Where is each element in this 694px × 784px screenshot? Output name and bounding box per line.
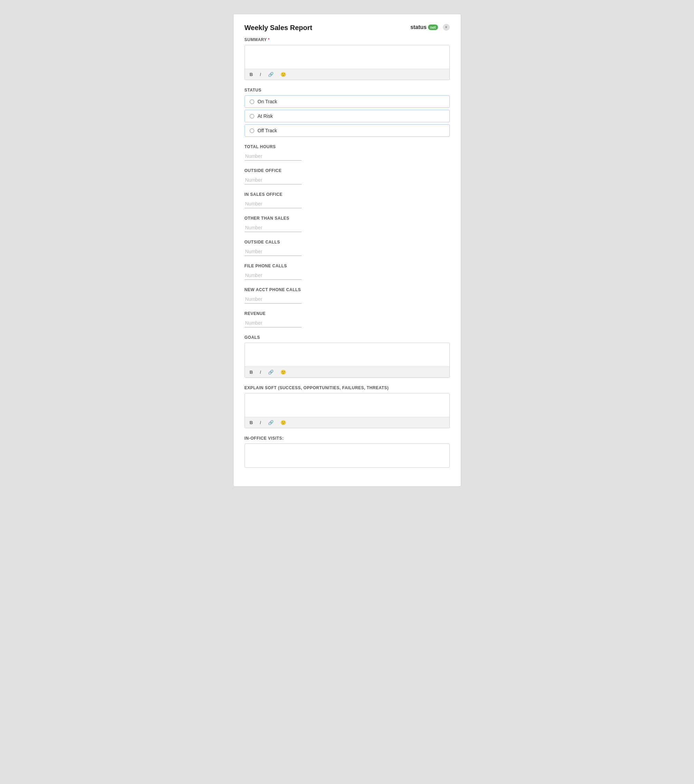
revenue-label: REVENUE xyxy=(245,311,450,316)
summary-label: SUMMARY* xyxy=(245,37,450,42)
status-net-badge: status net xyxy=(410,24,438,30)
total-hours-input-wrapper xyxy=(245,152,302,161)
explain-soft-input[interactable] xyxy=(245,394,449,415)
goals-input[interactable] xyxy=(245,343,449,365)
in-sales-office-section: IN SALES OFFICE xyxy=(245,192,450,208)
other-than-sales-input-wrapper xyxy=(245,224,302,232)
goals-editor: B I 🔗 🙂 xyxy=(245,343,450,378)
status-section: STATUS On Track At Risk Off Track xyxy=(245,88,450,137)
explain-soft-italic-button[interactable]: I xyxy=(259,419,262,426)
goals-toolbar: B I 🔗 🙂 xyxy=(245,366,449,377)
status-label: status xyxy=(410,24,427,30)
outside-calls-input-wrapper xyxy=(245,247,302,256)
total-hours-label: TOTAL HOURS xyxy=(245,144,450,149)
modal-container: Weekly Sales Report status net × SUMMARY… xyxy=(233,14,461,487)
summary-toolbar: B I 🔗 🙂 xyxy=(245,69,449,80)
goals-emoji-button[interactable]: 🙂 xyxy=(279,369,287,376)
status-option-off-track[interactable]: Off Track xyxy=(245,124,450,137)
goals-bold-button[interactable]: B xyxy=(248,369,254,376)
other-than-sales-input[interactable] xyxy=(245,224,302,232)
net-badge: net xyxy=(428,25,438,30)
revenue-input-wrapper xyxy=(245,319,302,328)
status-options: On Track At Risk Off Track xyxy=(245,96,450,137)
required-star: * xyxy=(268,37,270,42)
summary-bold-button[interactable]: B xyxy=(248,71,254,78)
new-acct-phone-calls-label: NEW ACCT PHONE CALLS xyxy=(245,287,450,292)
outside-calls-section: OUTSIDE CALLS xyxy=(245,240,450,256)
status-radio-off-track[interactable] xyxy=(250,128,254,133)
file-phone-calls-label: FILE PHONE CALLS xyxy=(245,264,450,268)
goals-italic-button[interactable]: I xyxy=(259,369,262,376)
in-sales-office-label: IN SALES OFFICE xyxy=(245,192,450,197)
summary-input[interactable] xyxy=(245,45,449,68)
outside-calls-label: OUTSIDE CALLS xyxy=(245,240,450,245)
status-radio-on-track[interactable] xyxy=(250,99,254,104)
new-acct-phone-calls-input[interactable] xyxy=(245,295,302,303)
status-radio-at-risk[interactable] xyxy=(250,114,254,119)
in-office-visits-input[interactable] xyxy=(245,444,449,466)
total-hours-input[interactable] xyxy=(245,152,302,161)
outside-office-section: OUTSIDE OFFICE xyxy=(245,168,450,184)
status-option-on-track[interactable]: On Track xyxy=(245,96,450,108)
other-than-sales-label: OTHER THAN SALES xyxy=(245,216,450,221)
new-acct-phone-calls-section: NEW ACCT PHONE CALLS xyxy=(245,287,450,303)
new-acct-phone-calls-input-wrapper xyxy=(245,295,302,303)
modal-title: Weekly Sales Report xyxy=(245,24,312,32)
summary-emoji-button[interactable]: 🙂 xyxy=(279,71,287,78)
status-off-track-label: Off Track xyxy=(258,128,277,133)
explain-soft-toolbar: B I 🔗 🙂 xyxy=(245,417,449,428)
in-office-visits-editor xyxy=(245,443,450,468)
status-label: STATUS xyxy=(245,88,450,92)
in-office-visits-section: IN-OFFICE VISITS: xyxy=(245,436,450,468)
outside-office-input[interactable] xyxy=(245,176,302,184)
explain-soft-emoji-button[interactable]: 🙂 xyxy=(279,419,287,426)
outside-calls-input[interactable] xyxy=(245,247,302,256)
total-hours-section: TOTAL HOURS xyxy=(245,144,450,161)
file-phone-calls-input-wrapper xyxy=(245,271,302,280)
in-office-visits-label: IN-OFFICE VISITS: xyxy=(245,436,450,441)
other-than-sales-section: OTHER THAN SALES xyxy=(245,216,450,232)
summary-editor: B I 🔗 🙂 xyxy=(245,45,450,80)
explain-soft-editor: B I 🔗 🙂 xyxy=(245,393,450,428)
status-at-risk-label: At Risk xyxy=(258,113,273,119)
modal-header: Weekly Sales Report status net × xyxy=(245,24,450,32)
revenue-input[interactable] xyxy=(245,319,302,328)
goals-label: GOALS xyxy=(245,335,450,340)
outside-office-input-wrapper xyxy=(245,176,302,184)
goals-section: GOALS B I 🔗 🙂 xyxy=(245,335,450,378)
outside-office-label: OUTSIDE OFFICE xyxy=(245,168,450,173)
file-phone-calls-input[interactable] xyxy=(245,271,302,280)
explain-soft-label: EXPLAIN SOFT (SUCCESS, OPPORTUNITIES, FA… xyxy=(245,385,450,390)
summary-section: SUMMARY* B I 🔗 🙂 xyxy=(245,37,450,80)
file-phone-calls-section: FILE PHONE CALLS xyxy=(245,264,450,280)
revenue-section: REVENUE xyxy=(245,311,450,328)
status-option-at-risk[interactable]: At Risk xyxy=(245,110,450,122)
summary-italic-button[interactable]: I xyxy=(259,71,262,78)
explain-soft-bold-button[interactable]: B xyxy=(248,419,254,426)
status-on-track-label: On Track xyxy=(258,99,277,104)
in-sales-office-input[interactable] xyxy=(245,199,302,208)
goals-link-button[interactable]: 🔗 xyxy=(267,369,275,376)
explain-soft-section: EXPLAIN SOFT (SUCCESS, OPPORTUNITIES, FA… xyxy=(245,385,450,428)
close-button[interactable]: × xyxy=(443,24,450,31)
explain-soft-link-button[interactable]: 🔗 xyxy=(267,419,275,426)
summary-link-button[interactable]: 🔗 xyxy=(267,71,275,78)
in-sales-office-input-wrapper xyxy=(245,199,302,208)
